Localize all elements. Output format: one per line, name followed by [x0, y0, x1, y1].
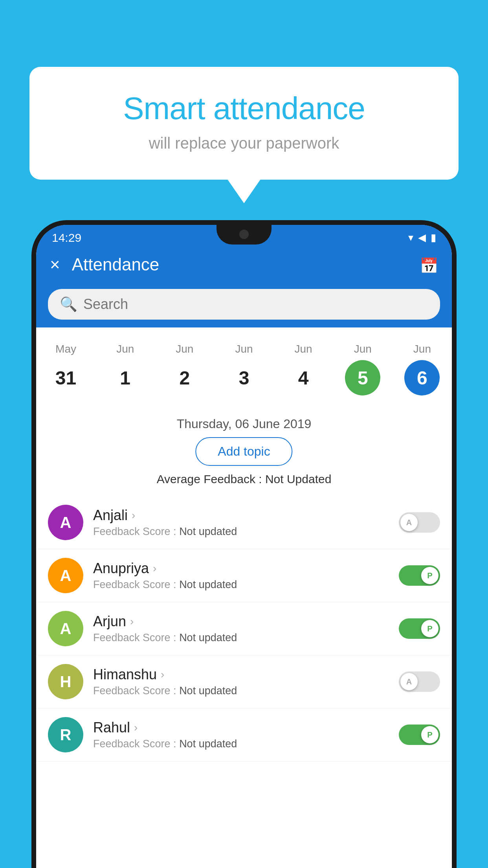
close-button[interactable]: ×: [50, 255, 60, 274]
toggle-thumb: P: [421, 726, 438, 743]
chevron-right-icon: ›: [134, 721, 138, 734]
app-title: Attendance: [72, 255, 420, 274]
calendar-strip: May31Jun1Jun2Jun3Jun4Jun5Jun6: [36, 335, 452, 399]
selected-date: Thursday, 06 June 2019: [36, 417, 452, 431]
phone-inner: 14:29 ▾ ◀ ▮ × Attendance 📅 🔍: [36, 225, 452, 868]
bubble-subtitle: will replace your paperwork: [61, 134, 427, 152]
toggle-thumb: A: [400, 673, 418, 690]
calendar-day[interactable]: Jun6: [404, 343, 440, 395]
student-item[interactable]: AAnupriya ›Feedback Score : Not updatedP: [36, 549, 452, 602]
toggle-thumb: P: [421, 620, 438, 637]
feedback-value: Not Updated: [265, 473, 331, 485]
student-avatar: A: [48, 611, 83, 646]
student-avatar: H: [48, 664, 83, 699]
student-info: Anjali ›Feedback Score : Not updated: [93, 507, 387, 538]
attendance-toggle-wrap[interactable]: A: [397, 512, 440, 533]
attendance-toggle-wrap[interactable]: A: [397, 671, 440, 692]
student-name: Anupriya ›: [93, 560, 387, 577]
attendance-toggle[interactable]: P: [399, 565, 440, 586]
cal-day-num[interactable]: 2: [167, 360, 202, 395]
feedback-summary: Average Feedback : Not Updated: [36, 473, 452, 486]
chevron-right-icon: ›: [130, 615, 134, 628]
student-avatar: A: [48, 558, 83, 593]
student-item[interactable]: AAnjali ›Feedback Score : Not updatedA: [36, 496, 452, 549]
student-name: Rahul ›: [93, 719, 387, 736]
phone-mockup: 14:29 ▾ ◀ ▮ × Attendance 📅 🔍: [31, 220, 457, 868]
camera: [239, 230, 249, 239]
attendance-toggle[interactable]: P: [399, 725, 440, 745]
phone-notch: [216, 225, 272, 245]
calendar-day[interactable]: Jun5: [345, 343, 380, 395]
toggle-thumb: A: [400, 514, 418, 531]
student-info: Rahul ›Feedback Score : Not updated: [93, 719, 387, 750]
toggle-thumb: P: [421, 567, 438, 584]
chevron-right-icon: ›: [161, 668, 164, 681]
battery-icon: ▮: [431, 232, 436, 244]
student-name: Arjun ›: [93, 613, 387, 630]
attendance-toggle[interactable]: A: [399, 671, 440, 692]
student-name: Himanshu ›: [93, 666, 387, 683]
student-avatar: R: [48, 717, 83, 752]
attendance-toggle-wrap[interactable]: P: [397, 618, 440, 639]
cal-month-label: Jun: [235, 343, 253, 355]
cal-day-num[interactable]: 5: [345, 360, 380, 395]
calendar-day[interactable]: Jun2: [167, 343, 202, 395]
calendar-day[interactable]: Jun1: [108, 343, 143, 395]
student-avatar: A: [48, 505, 83, 540]
speech-bubble: Smart attendance will replace your paper…: [29, 67, 459, 180]
attendance-toggle[interactable]: P: [399, 618, 440, 639]
search-container: 🔍: [36, 283, 452, 327]
cal-day-num[interactable]: 31: [48, 360, 84, 395]
chevron-right-icon: ›: [132, 509, 135, 522]
cal-month-label: Jun: [295, 343, 312, 355]
calendar-icon[interactable]: 📅: [420, 257, 438, 274]
cal-day-num[interactable]: 3: [226, 360, 262, 395]
student-info: Himanshu ›Feedback Score : Not updated: [93, 666, 387, 697]
cal-day-num[interactable]: 6: [404, 360, 440, 395]
attendance-toggle-wrap[interactable]: P: [397, 565, 440, 586]
wifi-icon: ▾: [408, 232, 413, 244]
student-item[interactable]: HHimanshu ›Feedback Score : Not updatedA: [36, 655, 452, 708]
cal-day-num[interactable]: 1: [108, 360, 143, 395]
cal-month-label: Jun: [116, 343, 134, 355]
student-info: Arjun ›Feedback Score : Not updated: [93, 613, 387, 644]
calendar-day[interactable]: Jun3: [226, 343, 262, 395]
cal-day-num[interactable]: 4: [286, 360, 321, 395]
attendance-toggle-wrap[interactable]: P: [397, 725, 440, 745]
student-feedback: Feedback Score : Not updated: [93, 738, 387, 750]
student-feedback: Feedback Score : Not updated: [93, 526, 387, 538]
student-item[interactable]: AArjun ›Feedback Score : Not updatedP: [36, 602, 452, 655]
bubble-title: Smart attendance: [61, 90, 427, 127]
feedback-label-text: Average Feedback :: [157, 473, 265, 485]
student-feedback: Feedback Score : Not updated: [93, 632, 387, 644]
app-content: 14:29 ▾ ◀ ▮ × Attendance 📅 🔍: [36, 225, 452, 868]
student-feedback: Feedback Score : Not updated: [93, 579, 387, 591]
search-bar: 🔍: [48, 289, 440, 320]
student-item[interactable]: RRahul ›Feedback Score : Not updatedP: [36, 708, 452, 761]
cal-month-label: Jun: [413, 343, 431, 355]
student-feedback: Feedback Score : Not updated: [93, 685, 387, 697]
student-info: Anupriya ›Feedback Score : Not updated: [93, 560, 387, 591]
student-name: Anjali ›: [93, 507, 387, 524]
cal-month-label: May: [55, 343, 76, 355]
search-input[interactable]: [83, 296, 428, 313]
add-topic-button[interactable]: Add topic: [195, 437, 292, 466]
status-icons: ▾ ◀ ▮: [408, 232, 436, 244]
attendance-toggle[interactable]: A: [399, 512, 440, 533]
chevron-right-icon: ›: [153, 562, 156, 575]
status-time: 14:29: [52, 231, 81, 245]
background: Smart attendance will replace your paper…: [0, 0, 488, 868]
student-list: AAnjali ›Feedback Score : Not updatedAAA…: [36, 496, 452, 868]
cal-month-label: Jun: [176, 343, 193, 355]
cal-month-label: Jun: [354, 343, 372, 355]
calendar-day[interactable]: May31: [48, 343, 84, 395]
search-icon: 🔍: [60, 296, 77, 313]
signal-icon: ◀: [418, 232, 426, 244]
calendar-day[interactable]: Jun4: [286, 343, 321, 395]
